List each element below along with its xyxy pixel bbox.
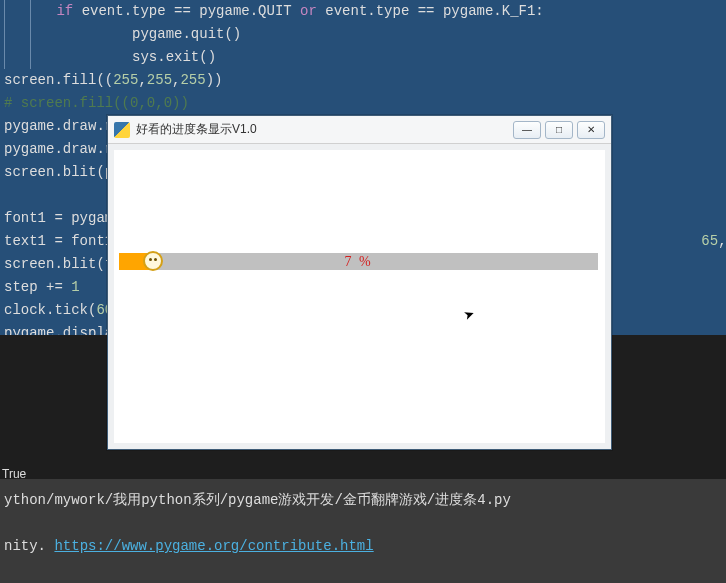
pygame-contribute-link[interactable]: https://www.pygame.org/contribute.html bbox=[54, 538, 373, 554]
comment-line: # screen.fill((0,0,0)) bbox=[4, 92, 722, 115]
python-icon bbox=[114, 122, 130, 138]
terminal-panel[interactable]: ython/mywork/我用python系列/pygame游戏开发/金币翻牌游… bbox=[0, 479, 726, 583]
titlebar[interactable]: 好看的进度条显示V1.0 — □ ✕ bbox=[108, 116, 611, 144]
maximize-button[interactable]: □ bbox=[545, 121, 573, 139]
true-indicator: True bbox=[2, 463, 26, 486]
progress-percent-label: 7 % bbox=[119, 253, 598, 270]
keyword-or: or bbox=[300, 3, 317, 19]
pygame-window[interactable]: 好看的进度条显示V1.0 — □ ✕ 7 % ➤ bbox=[107, 115, 612, 450]
window-title: 好看的进度条显示V1.0 bbox=[136, 118, 513, 141]
mouse-cursor-icon: ➤ bbox=[461, 304, 479, 329]
keyword-if: if bbox=[56, 3, 73, 19]
pygame-canvas: 7 % ➤ bbox=[108, 144, 611, 449]
progress-bar: 7 % bbox=[119, 253, 598, 270]
close-button[interactable]: ✕ bbox=[577, 121, 605, 139]
minimize-button[interactable]: — bbox=[513, 121, 541, 139]
terminal-path: ython/mywork/我用python系列/pygame游戏开发/金币翻牌游… bbox=[4, 489, 722, 512]
